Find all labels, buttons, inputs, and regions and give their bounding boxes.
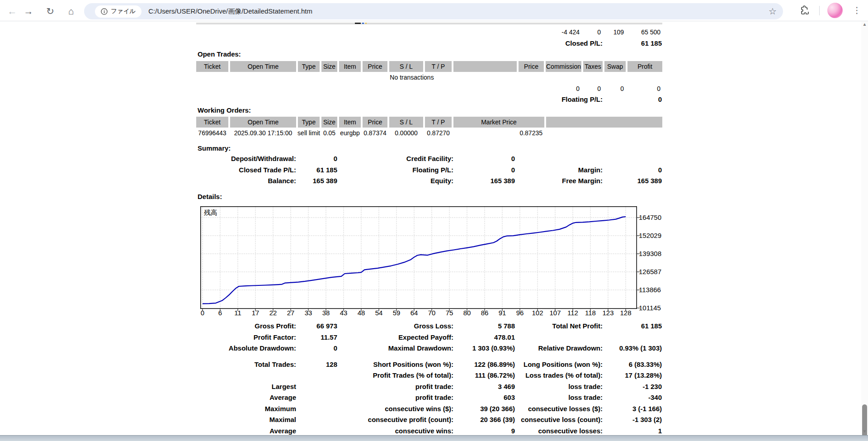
stat-value [297, 371, 337, 379]
table-cell: 0.05 [321, 128, 337, 138]
stat-value: 165 389 [604, 177, 662, 185]
stat-label: Loss trades (% of total): [500, 371, 603, 379]
table-header-cell: Ticket [196, 117, 228, 128]
toolbar-separator [819, 6, 820, 15]
clipped-text-fragment [365, 23, 367, 24]
stat-value: 0 [604, 95, 662, 104]
table-cell: eurgbp [339, 128, 361, 138]
extensions-icon[interactable] [799, 5, 810, 16]
stat-value [297, 416, 337, 424]
address-bar[interactable]: ファイル C:/Users/USER/OneDrive/画像/DetailedS… [84, 3, 783, 19]
stat-label: Total Net Profit: [500, 322, 603, 330]
stat-label [500, 333, 603, 341]
stat-label: profit trade: [337, 383, 453, 391]
stat-value: 0 [297, 155, 337, 163]
stat-label: loss trade: [500, 383, 603, 391]
reload-icon[interactable]: ↻ [43, 4, 57, 18]
back-icon[interactable]: ← [5, 4, 19, 18]
menu-kebab-icon[interactable]: ⋮ [853, 5, 861, 16]
site-info-pill[interactable]: ファイル [95, 5, 142, 18]
table-cell: 76996443 [196, 128, 228, 138]
stat-label: Maximum [172, 405, 296, 413]
bookmark-star-icon[interactable]: ☆ [769, 6, 777, 17]
table-cell [363, 84, 387, 93]
table-header-cell: S / L [389, 61, 423, 72]
stat-label: Maximal [172, 416, 296, 424]
table-cell [321, 28, 337, 37]
stat-label: Deposit/Withdrawal: [172, 155, 296, 163]
x-axis-tick-label: 75 [439, 309, 459, 317]
clipped-text-fragment [355, 23, 361, 24]
stat-label: Gross Loss: [337, 322, 453, 330]
balance-chart [200, 206, 648, 317]
scroll-up-icon[interactable]: ▲ [862, 22, 868, 27]
table-header-cell: Type [298, 117, 320, 128]
info-icon [101, 8, 108, 15]
table-header-cell: Open Time [230, 117, 296, 128]
stat-label [172, 371, 296, 379]
table-header-cell: Size [321, 61, 337, 72]
x-axis-tick-label: 96 [510, 309, 530, 317]
table-header-cell: T / P [425, 117, 452, 128]
scroll-down-icon[interactable]: ▼ [862, 429, 868, 434]
stat-value: 11.57 [297, 333, 337, 341]
x-axis-tick-label: 123 [598, 309, 618, 317]
stat-value [604, 333, 662, 341]
stat-label: consecutive wins ($): [337, 405, 453, 413]
stat-value [297, 383, 337, 391]
stat-value: 61 185 [297, 166, 337, 174]
x-axis-tick-label: 54 [369, 309, 389, 317]
x-axis-tick-label: 48 [351, 309, 371, 317]
table-cell: 0.87270 [425, 128, 452, 138]
table-cell [519, 28, 544, 37]
stat-value: -1 303 (2) [604, 416, 662, 424]
stat-label: Profit Factor: [172, 333, 296, 341]
x-axis-tick-label: 11 [228, 309, 248, 317]
x-axis-tick-label: 118 [580, 309, 600, 317]
table-header-cell [546, 117, 662, 128]
table-cell: 109 [604, 28, 626, 37]
stat-value: 6 (83.33%) [604, 360, 662, 369]
x-axis-tick-label: 22 [263, 309, 283, 317]
stat-value: 61 185 [604, 322, 662, 330]
clipped-text-fragment [362, 23, 364, 24]
stat-label: Closed Trade P/L: [172, 166, 296, 174]
home-icon[interactable]: ⌂ [64, 4, 78, 18]
details-title: Details: [198, 193, 222, 201]
x-axis-tick-label: 59 [387, 309, 406, 317]
x-axis-tick-label: 6 [210, 309, 230, 317]
stat-value: 17 (13.28%) [604, 371, 662, 379]
x-axis-tick-label: 43 [334, 309, 354, 317]
y-axis-tick-label: 126587 [639, 268, 670, 276]
page-scrollbar[interactable]: ▲ ▼ [861, 22, 868, 435]
open-trades-header-row: TicketOpen TimeTypeSizeItemPriceS / LT /… [196, 61, 662, 72]
x-axis-tick-label: 102 [528, 309, 547, 317]
stat-value [297, 405, 337, 413]
x-axis-tick-label: 33 [298, 309, 318, 317]
table-cell [453, 84, 517, 93]
profile-avatar[interactable] [827, 3, 843, 18]
stat-value: 0 [297, 344, 337, 352]
table-cell [453, 28, 517, 37]
stat-value: -1 230 [604, 383, 662, 391]
stat-label: Profit Trades (% of total): [337, 371, 453, 379]
y-axis-tick-label: 139308 [639, 250, 670, 258]
table-cell [298, 28, 320, 37]
x-axis-tick-label: 112 [563, 309, 583, 317]
stat-label: consecutive losses ($): [500, 405, 603, 413]
table-cell [339, 84, 361, 93]
y-axis-tick-label: 113866 [639, 286, 670, 294]
x-axis-tick-label: 128 [616, 309, 636, 317]
table-header-cell: Market Price [453, 117, 544, 128]
table-cell [363, 28, 387, 37]
stat-value: 3 (-1 166) [604, 405, 662, 413]
url-text[interactable]: C:/Users/USER/OneDrive/画像/DetailedStatem… [148, 7, 312, 16]
forward-icon[interactable]: → [22, 4, 35, 18]
table-cell [196, 28, 228, 37]
closed-totals-row: -4 424010965 500 [196, 28, 662, 37]
table-cell: 0 [546, 84, 581, 93]
stat-label: Margin: [500, 166, 603, 174]
table-cell: 2025.09.30 17:15:00 [230, 128, 296, 138]
table-header-cell: Item [339, 117, 361, 128]
stat-label: Long Positions (won %): [500, 360, 603, 369]
